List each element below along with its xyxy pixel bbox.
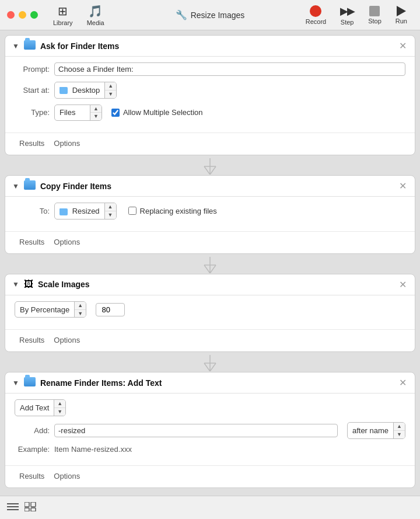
rename-results-tab[interactable]: Results bbox=[15, 469, 49, 483]
type-stepper[interactable]: ▲ ▼ bbox=[90, 105, 102, 121]
svg-rect-13 bbox=[7, 506, 19, 507]
example-row: Example: Item Name-resized.xxx bbox=[15, 445, 405, 454]
prompt-input[interactable] bbox=[54, 62, 405, 76]
scale-images-body: By Percentage ▲ ▼ bbox=[5, 295, 415, 330]
step-button[interactable]: ▶▶ Step bbox=[334, 2, 360, 28]
start-at-dropdown[interactable]: Desktop ▲ ▼ bbox=[54, 82, 117, 99]
title-bar: ⊞ Library 🎵 Media 🔧 Resize Images Record… bbox=[0, 0, 420, 30]
copy-finder-close[interactable]: ✕ bbox=[398, 180, 408, 191]
run-button[interactable]: Run bbox=[390, 4, 413, 27]
ask-finder-title: Ask for Finder Items bbox=[40, 41, 393, 51]
to-value: Resized bbox=[55, 205, 104, 217]
position-up[interactable]: ▲ bbox=[394, 423, 405, 431]
start-at-up[interactable]: ▲ bbox=[105, 82, 116, 90]
ask-finder-results-tab[interactable]: Results bbox=[15, 137, 49, 150]
allow-multiple-checkbox[interactable] bbox=[111, 109, 120, 117]
media-button[interactable]: 🎵 Media bbox=[81, 2, 110, 29]
svg-rect-18 bbox=[31, 508, 36, 511]
scale-images-close[interactable]: ✕ bbox=[398, 279, 408, 290]
svg-rect-16 bbox=[31, 502, 36, 507]
scale-down[interactable]: ▼ bbox=[75, 310, 86, 318]
record-button[interactable]: Record bbox=[300, 3, 332, 27]
type-value: Files bbox=[55, 106, 90, 119]
add-text-value: Add Text bbox=[15, 402, 54, 414]
allow-multiple-label: Allow Multiple Selection bbox=[123, 108, 203, 117]
list-view-button[interactable] bbox=[7, 502, 19, 514]
library-button[interactable]: ⊞ Library bbox=[47, 2, 79, 29]
to-row: To: Resized ▲ ▼ Replacing existing files bbox=[15, 203, 405, 220]
connector-2 bbox=[5, 256, 415, 274]
svg-rect-12 bbox=[7, 503, 19, 504]
maximize-button[interactable] bbox=[30, 11, 38, 19]
ask-finder-options-tab[interactable]: Options bbox=[49, 137, 85, 150]
title-icon: 🔧 bbox=[176, 9, 187, 20]
start-at-label: Start at: bbox=[15, 86, 50, 95]
close-button[interactable] bbox=[7, 11, 15, 19]
type-dropdown[interactable]: Files ▲ ▼ bbox=[54, 105, 102, 121]
add-text-stepper[interactable]: ▲ ▼ bbox=[54, 400, 65, 416]
copy-finder-tabs: Results Options bbox=[5, 231, 415, 249]
type-down[interactable]: ▼ bbox=[90, 113, 102, 120]
toolbar-right: Record ▶▶ Step Stop Run bbox=[300, 2, 413, 28]
finder-icon-2 bbox=[24, 180, 36, 191]
bottom-toolbar bbox=[0, 496, 420, 518]
list-view-icon bbox=[7, 502, 19, 511]
ask-finder-tabs: Results Options bbox=[5, 133, 415, 150]
scale-images-tabs: Results Options bbox=[5, 329, 415, 347]
to-dropdown[interactable]: Resized ▲ ▼ bbox=[54, 203, 117, 220]
collapse-chevron-1[interactable]: ▼ bbox=[12, 42, 19, 50]
copy-finder-title: Copy Finder Items bbox=[40, 182, 393, 191]
media-label: Media bbox=[87, 19, 104, 26]
add-value-input[interactable] bbox=[54, 424, 338, 437]
position-dropdown[interactable]: after name ▲ ▼ bbox=[347, 422, 405, 439]
rename-options-tab[interactable]: Options bbox=[49, 469, 85, 483]
window-title: Resize Images bbox=[191, 11, 245, 20]
scale-options-tab[interactable]: Options bbox=[49, 333, 85, 347]
collapse-chevron-3[interactable]: ▼ bbox=[12, 280, 19, 288]
start-at-value: Desktop bbox=[55, 84, 104, 96]
ask-finder-header: ▼ Ask for Finder Items ✕ bbox=[5, 36, 415, 57]
to-up[interactable]: ▲ bbox=[105, 203, 116, 211]
copy-finder-options-tab[interactable]: Options bbox=[49, 235, 85, 249]
type-up[interactable]: ▲ bbox=[90, 105, 102, 113]
replacing-checkbox[interactable] bbox=[128, 207, 136, 215]
start-at-row: Start at: Desktop ▲ ▼ bbox=[15, 82, 405, 99]
stop-button[interactable]: Stop bbox=[362, 4, 387, 27]
svg-rect-17 bbox=[24, 508, 29, 511]
to-stepper[interactable]: ▲ ▼ bbox=[104, 203, 116, 219]
step-icon: ▶▶ bbox=[340, 5, 354, 18]
add-text-up[interactable]: ▲ bbox=[54, 400, 65, 408]
run-label: Run bbox=[396, 18, 407, 25]
scale-stepper[interactable]: ▲ ▼ bbox=[74, 302, 86, 318]
start-at-down[interactable]: ▼ bbox=[105, 90, 116, 98]
to-down[interactable]: ▼ bbox=[105, 211, 116, 219]
add-label: Add: bbox=[15, 426, 50, 435]
position-down[interactable]: ▼ bbox=[394, 431, 405, 438]
ask-finder-close[interactable]: ✕ bbox=[398, 40, 408, 51]
add-text-dropdown[interactable]: Add Text ▲ ▼ bbox=[15, 399, 66, 416]
add-text-row: Add Text ▲ ▼ bbox=[15, 399, 405, 416]
scale-dropdown[interactable]: By Percentage ▲ ▼ bbox=[15, 301, 86, 318]
scale-value-input[interactable] bbox=[96, 303, 125, 316]
group-view-button[interactable] bbox=[24, 502, 36, 514]
position-stepper[interactable]: ▲ ▼ bbox=[393, 423, 405, 438]
window-controls[interactable] bbox=[7, 11, 38, 19]
add-text-down[interactable]: ▼ bbox=[54, 408, 65, 416]
minimize-button[interactable] bbox=[19, 11, 26, 19]
ask-finder-body: Prompt: Start at: Desktop ▲ ▼ Type: bbox=[5, 57, 415, 133]
rename-finder-close[interactable]: ✕ bbox=[398, 377, 408, 388]
collapse-chevron-2[interactable]: ▼ bbox=[12, 182, 19, 190]
copy-finder-results-tab[interactable]: Results bbox=[15, 235, 49, 249]
allow-multiple-row: Allow Multiple Selection bbox=[111, 108, 203, 117]
scale-results-tab[interactable]: Results bbox=[15, 333, 49, 347]
rename-finder-title: Rename Finder Items: Add Text bbox=[40, 378, 393, 388]
svg-line-3 bbox=[210, 166, 216, 175]
start-at-stepper[interactable]: ▲ ▼ bbox=[104, 82, 116, 98]
collapse-chevron-4[interactable]: ▼ bbox=[12, 379, 19, 387]
step-label: Step bbox=[341, 19, 354, 26]
scale-up[interactable]: ▲ bbox=[75, 302, 86, 310]
connector-3 bbox=[5, 354, 415, 372]
finder-icon-1 bbox=[24, 40, 36, 51]
scale-icon: 🖼 bbox=[24, 279, 33, 290]
library-label: Library bbox=[53, 19, 73, 26]
